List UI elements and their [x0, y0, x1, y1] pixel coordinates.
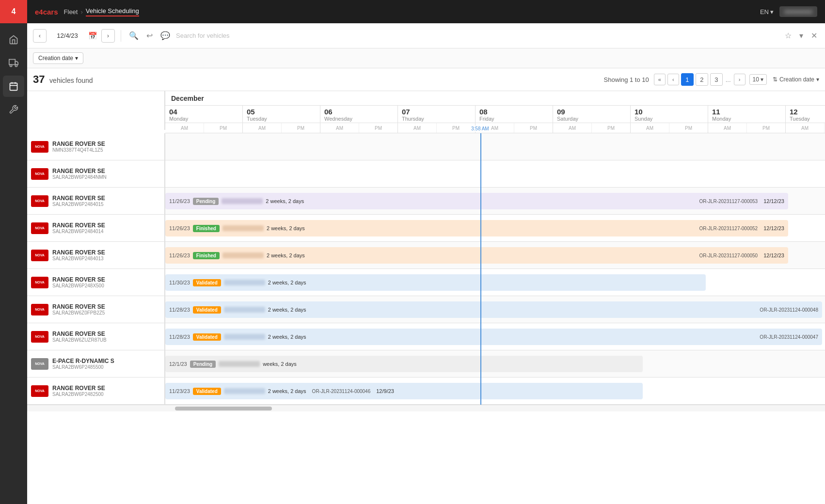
bar-date-10: 11/23/23 — [169, 388, 190, 394]
vehicle-details-10: RANGE ROVER SE SALRA2BW6P2482500 — [52, 385, 160, 397]
vehicle-grid-6: 11/30/23 Validated 2 weeks, 2 days — [165, 269, 825, 296]
bar-blurred-7 — [224, 307, 265, 313]
vehicle-grid-10: 11/23/23 Validated 2 weeks, 2 days OR-JL… — [165, 378, 825, 404]
search-icon[interactable]: 🔍 — [127, 29, 141, 42]
vehicle-row-7: NOVA RANGE ROVER SE SALRA2BW6Z0FPB2Z5 11… — [27, 296, 825, 323]
bar-status-6: Validated — [193, 279, 221, 286]
vehicle-info-9: NOVA E-PACE R-DYNAMIC S SALRA2BW6P248550… — [27, 350, 165, 377]
bar-enddate-10: 12/9/23 — [376, 388, 394, 394]
schedule-bar-6[interactable]: 11/30/23 Validated 2 weeks, 2 days — [165, 274, 706, 291]
pagination: Showing 1 to 10 « ‹ 1 2 3 ... › 10 ▾ ⇅ C… — [604, 73, 819, 86]
day-08: 08 Friday — [476, 106, 553, 123]
creation-date-filter[interactable]: Creation date ▾ — [33, 52, 83, 64]
schedule-bar-9[interactable]: 12/1/23 Pending weeks, 2 days — [165, 356, 643, 372]
bar-date-8: 11/28/23 — [169, 334, 190, 340]
calendar-icon[interactable]: 📅 — [88, 32, 97, 40]
vehicle-details-5: RANGE ROVER SE SALRA2BW6P2484013 — [52, 249, 160, 261]
bar-blurred-9 — [219, 361, 260, 367]
sidebar-item-tools[interactable] — [3, 99, 24, 120]
svg-rect-4 — [10, 83, 17, 90]
vehicle-info-1: NOVA RANGE ROVER SE NMN3387T4Q4T4L1Z5 — [27, 133, 165, 160]
bar-enddate-3: 12/12/23 — [763, 198, 784, 204]
search-area: Search for vehicles — [176, 32, 779, 39]
vehicle-row-8: NOVA RANGE ROVER SE SALRA2BW6ZUZR87UB 11… — [27, 323, 825, 350]
prev-date-button[interactable]: ‹ — [33, 29, 47, 43]
horizontal-scrollbar[interactable] — [27, 405, 825, 411]
vehicle-grid-7: 11/28/23 Validated 2 weeks, 2 days OR-JL… — [165, 296, 825, 323]
vehicle-logo-7: NOVA — [31, 304, 48, 315]
next-page-button[interactable]: › — [734, 74, 746, 85]
breadcrumb-fleet[interactable]: Fleet — [64, 8, 78, 16]
dropdown-icon[interactable]: ▾ — [797, 29, 805, 42]
showing-text: Showing 1 to 10 — [604, 76, 649, 83]
close-icon[interactable]: ✕ — [809, 29, 819, 42]
sidebar-item-fleet[interactable] — [3, 52, 24, 74]
bar-duration-8: 2 weeks, 2 days — [268, 334, 306, 340]
svg-point-2 — [10, 64, 12, 66]
schedule-bar-4[interactable]: 11/26/23 Finished 2 weeks, 2 days OR-JLR… — [165, 220, 788, 236]
vehicle-row-5: NOVA RANGE ROVER SE SALRA2BW6P2484013 11… — [27, 242, 825, 269]
sort-button[interactable]: ⇅ Creation date ▾ — [773, 76, 819, 83]
vehicle-info-6: NOVA RANGE ROVER SE SALRA2BW6P248X500 — [27, 269, 165, 296]
vehicle-logo-6: NOVA — [31, 277, 48, 288]
bar-duration-3: 2 weeks, 2 days — [266, 198, 304, 204]
bar-order-5: OR-JLR-20231127-000050 — [699, 253, 758, 258]
sidebar-item-scheduling[interactable] — [3, 76, 24, 97]
vehicle-info-4: NOVA RANGE ROVER SE SALRA2BW6P2484014 — [27, 215, 165, 241]
bar-duration-5: 2 weeks, 2 days — [267, 252, 305, 258]
vehicle-logo-4: NOVA — [31, 222, 48, 234]
bar-date-9: 12/1/23 — [169, 361, 187, 367]
sidebar-item-home[interactable] — [3, 29, 24, 50]
schedule-bar-7[interactable]: 11/28/23 Validated 2 weeks, 2 days OR-JL… — [165, 301, 822, 318]
user-profile[interactable]: ●●●●●●●● — [779, 6, 817, 17]
ampm-row: AMPM AMPM AMPM AMPM AMPM AMPM AMPM AMPM … — [165, 123, 825, 133]
bar-date-5: 11/26/23 — [169, 252, 190, 258]
per-page-selector[interactable]: 10 ▾ — [749, 74, 767, 85]
vehicle-row-9: NOVA E-PACE R-DYNAMIC S SALRA2BW6P248550… — [27, 350, 825, 378]
bar-date-7: 11/28/23 — [169, 307, 190, 313]
vehicle-grid-4: 11/26/23 Finished 2 weeks, 2 days OR-JLR… — [165, 215, 825, 241]
schedule-bar-10[interactable]: 11/23/23 Validated 2 weeks, 2 days OR-JL… — [165, 383, 643, 399]
vehicle-details-6: RANGE ROVER SE SALRA2BW6P248X500 — [52, 276, 160, 288]
bar-date-4: 11/26/23 — [169, 225, 190, 231]
vehicle-row-6: NOVA RANGE ROVER SE SALRA2BW6P248X500 11… — [27, 269, 825, 296]
vehicle-logo-3: NOVA — [31, 195, 48, 207]
history-icon[interactable]: ↩ — [144, 29, 155, 42]
bar-status-3: Pending — [193, 198, 219, 205]
app-logo: 4 — [0, 0, 27, 23]
vehicle-details-9: E-PACE R-DYNAMIC S SALRA2BW6P2485500 — [52, 358, 160, 370]
message-icon[interactable]: 💬 — [159, 29, 172, 42]
bar-duration-4: 2 weeks, 2 days — [267, 225, 305, 231]
bar-order-4: OR-JLR-20231127-000052 — [699, 226, 758, 231]
schedule-container[interactable]: December 04 Monday 05 Tuesday — [27, 91, 825, 504]
schedule-bar-8[interactable]: 11/28/23 Validated 2 weeks, 2 days OR-JL… — [165, 329, 822, 345]
prev-page-button[interactable]: ‹ — [667, 74, 679, 85]
bar-blurred-4 — [222, 225, 264, 231]
language-selector[interactable]: EN ▾ — [760, 8, 774, 16]
topnav: e4cars Fleet › Vehicle Scheduling EN ▾ ●… — [27, 0, 825, 23]
schedule-bar-3[interactable]: 11/26/23 Pending 2 weeks, 2 days OR-JLR-… — [165, 193, 788, 209]
day-12: 12 Tuesday — [786, 106, 825, 123]
day-04: 04 Monday — [165, 106, 243, 123]
brand-name: e4cars — [35, 8, 58, 16]
bar-date-3: 11/26/23 — [169, 198, 190, 204]
scroll-thumb[interactable] — [175, 407, 272, 410]
vehicle-row-4: NOVA RANGE ROVER SE SALRA2BW6P2484014 11… — [27, 215, 825, 242]
next-date-button[interactable]: › — [101, 29, 115, 43]
bar-order-3: OR-JLR-20231127-000053 — [699, 199, 758, 204]
vehicle-info-5: NOVA RANGE ROVER SE SALRA2BW6P2484013 — [27, 242, 165, 268]
star-icon[interactable]: ☆ — [783, 29, 793, 42]
schedule-bar-5[interactable]: 11/26/23 Finished 2 weeks, 2 days OR-JLR… — [165, 247, 788, 264]
vehicle-row-3: NOVA RANGE ROVER SE SALRA2BW6P2484015 11… — [27, 188, 825, 215]
month-header: December — [165, 91, 825, 106]
day-05: 05 Tuesday — [243, 106, 320, 123]
page-1-button[interactable]: 1 — [681, 73, 694, 86]
search-placeholder[interactable]: Search for vehicles — [176, 32, 230, 39]
page-3-button[interactable]: 3 — [710, 73, 723, 86]
vehicle-row-10: NOVA RANGE ROVER SE SALRA2BW6P2482500 11… — [27, 378, 825, 405]
page-2-button[interactable]: 2 — [696, 73, 708, 86]
first-page-button[interactable]: « — [654, 74, 666, 85]
results-header: 37 vehicles found Showing 1 to 10 « ‹ 1 … — [27, 68, 825, 91]
day-07: 07 Thursday — [398, 106, 476, 123]
days-row: 04 Monday 05 Tuesday 06 Wednesday — [165, 106, 825, 123]
